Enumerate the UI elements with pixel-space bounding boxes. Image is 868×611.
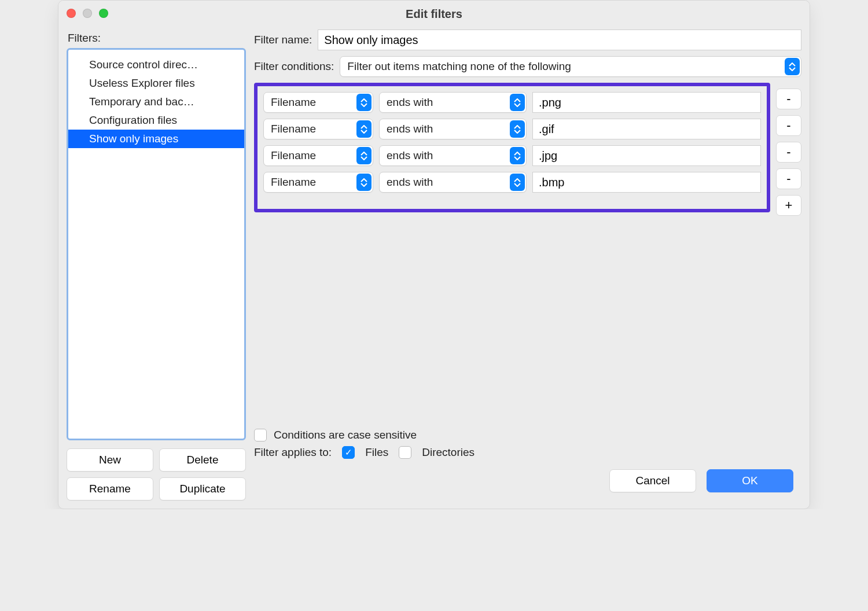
minimize-window-button[interactable] xyxy=(83,9,92,18)
rename-filter-button[interactable]: Rename xyxy=(67,477,153,500)
condition-value-input[interactable] xyxy=(532,119,761,139)
condition-value-input[interactable] xyxy=(532,172,761,193)
condition-value-input[interactable] xyxy=(532,92,761,113)
condition-operator-value: ends with xyxy=(387,149,433,162)
applies-to-label: Filter applies to: xyxy=(254,446,332,459)
filters-list-buttons: New Delete Rename Duplicate xyxy=(67,448,246,500)
updown-stepper-icon xyxy=(510,120,525,138)
window-title: Edit filters xyxy=(58,1,810,27)
condition-operator-select[interactable]: ends with xyxy=(379,92,527,113)
filter-name-label: Filter name: xyxy=(254,34,312,46)
condition-row: Filenameends with xyxy=(263,92,761,113)
filters-listbox[interactable]: Source control direc…Useless Explorer fi… xyxy=(67,48,246,440)
condition-operator-value: ends with xyxy=(387,123,433,135)
updown-stepper-icon xyxy=(356,174,372,191)
applies-files-checkbox[interactable]: ✓ xyxy=(342,446,355,459)
zoom-window-button[interactable] xyxy=(99,9,108,18)
condition-field-select[interactable]: Filename xyxy=(263,119,373,139)
delete-filter-button[interactable]: Delete xyxy=(159,448,246,472)
filter-list-item[interactable]: Useless Explorer files xyxy=(68,74,244,93)
applies-dirs-checkbox[interactable] xyxy=(399,446,411,459)
updown-stepper-icon xyxy=(356,94,372,111)
condition-operator-select[interactable]: ends with xyxy=(379,145,527,166)
condition-operator-select[interactable]: ends with xyxy=(379,119,527,139)
condition-row: Filenameends with xyxy=(263,145,761,166)
dialog-content: Filters: Source control direc…Useless Ex… xyxy=(58,27,810,509)
condition-row: Filenameends with xyxy=(263,172,761,193)
condition-value-input[interactable] xyxy=(532,145,761,166)
condition-field-value: Filename xyxy=(271,123,316,135)
applies-to-row: Filter applies to: ✓ Files Directories xyxy=(254,446,801,459)
cancel-button[interactable]: Cancel xyxy=(609,469,696,492)
filter-name-input[interactable] xyxy=(318,30,801,50)
edit-filters-dialog: Edit filters Filters: Source control dir… xyxy=(58,0,810,509)
updown-stepper-icon xyxy=(510,147,525,164)
case-sensitive-label: Conditions are case sensitive xyxy=(274,429,417,441)
titlebar: Edit filters xyxy=(58,1,810,27)
condition-operator-value: ends with xyxy=(387,96,433,109)
remove-condition-button[interactable]: - xyxy=(776,168,801,189)
applies-dirs-label: Directories xyxy=(422,446,475,459)
window-controls xyxy=(67,9,108,18)
spacer xyxy=(254,216,801,424)
condition-field-value: Filename xyxy=(271,176,316,189)
updown-stepper-icon xyxy=(510,174,525,191)
applies-files-label: Files xyxy=(365,446,388,459)
remove-condition-button[interactable]: - xyxy=(776,142,801,163)
new-filter-button[interactable]: New xyxy=(67,448,153,472)
condition-operator-value: ends with xyxy=(387,176,433,189)
filters-list-label: Filters: xyxy=(68,32,246,45)
left-column: Filters: Source control direc…Useless Ex… xyxy=(67,30,246,500)
condition-operator-select[interactable]: ends with xyxy=(379,172,527,193)
case-sensitive-row: Conditions are case sensitive xyxy=(254,429,801,441)
ok-button[interactable]: OK xyxy=(707,469,793,492)
filter-conditions-mode-value: Filter out items matching none of the fo… xyxy=(347,60,571,73)
filter-list-item[interactable]: Temporary and bac… xyxy=(68,93,244,111)
filter-conditions-mode-select[interactable]: Filter out items matching none of the fo… xyxy=(340,56,801,77)
duplicate-filter-button[interactable]: Duplicate xyxy=(159,477,246,500)
add-condition-button[interactable]: + xyxy=(776,195,801,216)
conditions-side-buttons: ----+ xyxy=(776,89,801,216)
updown-stepper-icon xyxy=(785,58,800,75)
condition-field-select[interactable]: Filename xyxy=(263,172,373,193)
conditions-box: Filenameends withFilenameends withFilena… xyxy=(254,83,770,212)
case-sensitive-checkbox[interactable] xyxy=(254,429,267,441)
filter-conditions-label: Filter conditions: xyxy=(254,60,334,73)
updown-stepper-icon xyxy=(356,147,372,164)
updown-stepper-icon xyxy=(356,120,372,138)
conditions-area: Filenameends withFilenameends withFilena… xyxy=(254,83,801,216)
right-column: Filter name: Filter conditions: Filter o… xyxy=(254,30,801,500)
condition-field-select[interactable]: Filename xyxy=(263,145,373,166)
remove-condition-button[interactable]: - xyxy=(776,115,801,136)
condition-row: Filenameends with xyxy=(263,119,761,139)
remove-condition-button[interactable]: - xyxy=(776,89,801,109)
condition-field-select[interactable]: Filename xyxy=(263,92,373,113)
filter-name-row: Filter name: xyxy=(254,30,801,50)
close-window-button[interactable] xyxy=(67,9,76,18)
updown-stepper-icon xyxy=(510,94,525,111)
filter-list-item[interactable]: Configuration files xyxy=(68,111,244,130)
dialog-footer: Cancel OK xyxy=(254,459,801,500)
filter-list-item[interactable]: Show only images xyxy=(68,130,244,148)
condition-field-value: Filename xyxy=(271,149,316,162)
filter-list-item[interactable]: Source control direc… xyxy=(68,56,244,74)
condition-field-value: Filename xyxy=(271,96,316,109)
filter-conditions-row: Filter conditions: Filter out items matc… xyxy=(254,56,801,77)
